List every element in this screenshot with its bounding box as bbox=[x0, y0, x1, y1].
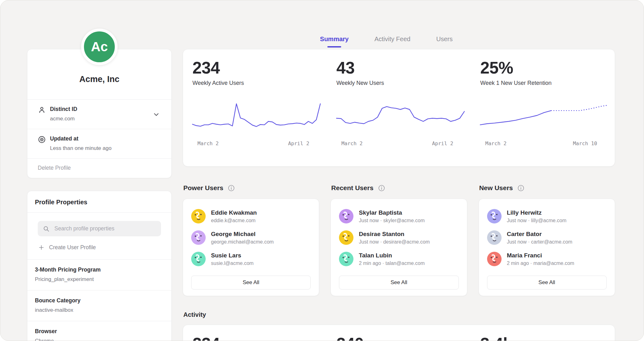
user-avatar bbox=[191, 209, 206, 223]
stat-value: 43 bbox=[336, 59, 470, 76]
activity-stat: 234 bbox=[183, 325, 327, 341]
user-meta: Just now · carter@acme.com bbox=[507, 239, 572, 245]
user-avatar bbox=[487, 230, 502, 245]
company-avatar: Ac bbox=[81, 29, 118, 65]
retention-stat: 25% Week 1 New User Retention March 2 Ma… bbox=[471, 49, 615, 166]
field-label: Updated at bbox=[50, 135, 112, 142]
user-meta: 2 min ago · maria@acme.com bbox=[507, 261, 575, 266]
user-row[interactable]: George Michael george.michael@acme.com bbox=[191, 230, 311, 245]
new-users-card: Lilly Herwitz Just now · lilly@acme.com … bbox=[479, 199, 615, 296]
see-all-button[interactable]: See All bbox=[339, 276, 458, 289]
property-name: Bounce Category bbox=[35, 297, 164, 304]
summary-card: 234 Weekly Active Users March 2 April 2 … bbox=[183, 49, 615, 167]
user-row[interactable]: Desirae Stanton Just now · desirare@acme… bbox=[339, 230, 458, 245]
field-label: Distinct ID bbox=[50, 106, 77, 113]
profile-properties-title: Profile Properties bbox=[27, 191, 171, 212]
user-meta: Just now · desirare@acme.com bbox=[359, 239, 430, 245]
recent-users-card: Skylar Baptista Just now · skyler@acme.c… bbox=[330, 199, 467, 296]
create-user-profile-label: Create User Profile bbox=[49, 244, 96, 251]
user-meta: Just now · lilly@acme.com bbox=[507, 218, 567, 223]
new-users-column: New Users Lilly Herwitz Ju bbox=[479, 184, 615, 296]
activity-stat: 240 bbox=[327, 325, 471, 341]
search-section: Create User Profile bbox=[27, 213, 171, 259]
property-row-pricing-program[interactable]: 3-Month Pricing Program Pricing_plan_exp… bbox=[27, 260, 171, 290]
user-name: Carter Bator bbox=[507, 231, 572, 238]
activity-stat-value: 3.4k bbox=[480, 335, 613, 341]
stat-label: Week 1 New User Retention bbox=[480, 80, 613, 86]
app-window: Ac Acme, Inc Distinct ID acme.com bbox=[0, 0, 644, 341]
search-profile-properties-input[interactable] bbox=[54, 225, 156, 232]
x-axis-labels: March 2 April 2 bbox=[336, 140, 470, 146]
user-row[interactable]: Talan Lubin 2 min ago · talan@acme.com bbox=[339, 252, 458, 266]
list-title: Recent Users bbox=[331, 184, 373, 192]
x-axis-end-label: April 2 bbox=[288, 140, 309, 146]
search-icon bbox=[43, 225, 50, 232]
property-row-bounce-category[interactable]: Bounce Category inactive-mailbox bbox=[27, 290, 171, 321]
stat-label: Weekly Active Users bbox=[192, 80, 326, 86]
profile-sidebar: Ac Acme, Inc Distinct ID acme.com bbox=[27, 49, 172, 341]
x-axis-labels: March 2 April 2 bbox=[192, 140, 326, 146]
user-row[interactable]: Carter Bator Just now · carter@acme.com bbox=[487, 230, 607, 245]
user-avatar bbox=[191, 230, 206, 245]
weekly-active-users-sparkline bbox=[192, 96, 320, 132]
create-user-profile-button[interactable]: Create User Profile bbox=[38, 236, 96, 259]
profile-tabs: Summary Activity Feed Users bbox=[170, 36, 602, 47]
list-title: Power Users bbox=[183, 184, 223, 192]
see-all-button[interactable]: See All bbox=[487, 276, 607, 289]
chevron-down-icon[interactable] bbox=[153, 111, 160, 119]
user-name: Lilly Herwitz bbox=[507, 209, 567, 216]
info-icon[interactable] bbox=[378, 184, 385, 192]
recent-users-column: Recent Users Skylar Baptista bbox=[330, 184, 467, 296]
user-lists-row: Power Users Eddie Kwakman bbox=[183, 184, 615, 296]
retention-sparkline bbox=[480, 96, 608, 132]
user-avatar bbox=[339, 252, 353, 266]
user-meta: eddie.k@acme.com bbox=[211, 218, 257, 223]
doodle-face-icon bbox=[339, 252, 353, 266]
tab-users[interactable]: Users bbox=[436, 36, 452, 47]
user-name: Maria Franci bbox=[507, 252, 575, 259]
user-name: Desirae Stanton bbox=[359, 231, 430, 238]
weekly-new-users-stat: 43 Weekly New Users March 2 April 2 bbox=[327, 49, 471, 166]
user-avatar bbox=[339, 209, 353, 223]
property-name: Browser bbox=[35, 328, 164, 335]
delete-profile-button[interactable]: Delete Profile bbox=[27, 159, 171, 178]
stat-label: Weekly New Users bbox=[336, 80, 470, 86]
search-profile-properties-box[interactable] bbox=[38, 221, 161, 236]
weekly-active-users-stat: 234 Weekly Active Users March 2 April 2 bbox=[183, 49, 327, 166]
user-name: Susie Lars bbox=[211, 252, 253, 259]
list-title: New Users bbox=[479, 184, 513, 192]
activity-card: 234 240 3.4k bbox=[183, 325, 615, 341]
user-name: Eddie Kwakman bbox=[211, 209, 257, 216]
main-content: Summary Activity Feed Users 234 Weekly A… bbox=[183, 0, 615, 341]
user-row[interactable]: Lilly Herwitz Just now · lilly@acme.com bbox=[487, 209, 607, 223]
user-row[interactable]: Skylar Baptista Just now · skyler@acme.c… bbox=[339, 209, 458, 223]
property-value: Chrome bbox=[35, 338, 164, 341]
distinct-id-row[interactable]: Distinct ID acme.com bbox=[27, 100, 171, 129]
doodle-face-icon bbox=[339, 230, 353, 245]
tab-activity-feed[interactable]: Activity Feed bbox=[375, 36, 410, 47]
profile-card: Ac Acme, Inc Distinct ID acme.com bbox=[27, 49, 172, 178]
activity-stat: 3.4k bbox=[471, 325, 615, 341]
doodle-face-icon bbox=[191, 209, 206, 223]
info-icon[interactable] bbox=[517, 184, 525, 192]
x-axis-start-label: March 2 bbox=[485, 140, 506, 146]
property-row-browser[interactable]: Browser Chrome bbox=[27, 321, 171, 341]
updated-at-row: Updated at Less than one minute ago bbox=[27, 129, 171, 158]
x-axis-start-label: March 2 bbox=[197, 140, 219, 146]
tab-summary[interactable]: Summary bbox=[320, 36, 349, 47]
x-axis-end-label: March 10 bbox=[573, 140, 597, 146]
activity-stat-value: 240 bbox=[336, 335, 470, 341]
recent-users-header: Recent Users bbox=[331, 184, 467, 192]
user-row[interactable]: Susie Lars susie.l@acme.com bbox=[191, 252, 311, 266]
user-avatar bbox=[487, 209, 502, 223]
user-row[interactable]: Maria Franci 2 min ago · maria@acme.com bbox=[487, 252, 607, 266]
user-row[interactable]: Eddie Kwakman eddie.k@acme.com bbox=[191, 209, 311, 223]
user-avatar bbox=[339, 230, 353, 245]
info-icon[interactable] bbox=[228, 184, 235, 192]
see-all-button[interactable]: See All bbox=[191, 276, 311, 289]
new-users-header: New Users bbox=[479, 184, 615, 192]
property-name: 3-Month Pricing Program bbox=[35, 267, 164, 273]
person-icon bbox=[38, 106, 46, 115]
field-value: acme.com bbox=[50, 116, 77, 122]
doodle-face-icon bbox=[191, 230, 206, 245]
